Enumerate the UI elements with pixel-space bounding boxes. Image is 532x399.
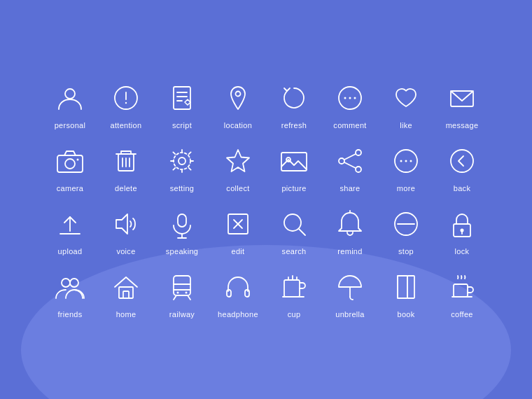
icon-message[interactable]: message (434, 80, 490, 130)
delete-label: delete (115, 184, 137, 192)
svg-point-15 (65, 159, 75, 169)
personal-icon (52, 80, 88, 115)
delete-icon (108, 144, 144, 178)
icon-refresh[interactable]: refresh (266, 80, 322, 130)
icon-script[interactable]: script (154, 80, 210, 130)
icon-comment[interactable]: comment (322, 80, 378, 130)
share-icon (332, 144, 368, 178)
icon-stop[interactable]: stop (378, 206, 434, 255)
icon-like[interactable]: like (378, 80, 434, 130)
collect-label: collect (226, 184, 249, 192)
icon-row-2: camera delete (42, 144, 490, 192)
stop-icon (388, 206, 424, 241)
icon-collect[interactable]: collect (210, 144, 266, 192)
message-icon (444, 80, 479, 115)
comment-icon (332, 80, 368, 115)
stop-label: stop (398, 247, 414, 255)
upload-label: upload (58, 247, 83, 255)
refresh-label: refresh (281, 121, 307, 130)
svg-point-11 (349, 97, 351, 99)
svg-point-12 (354, 97, 356, 99)
comment-label: comment (333, 121, 366, 130)
more-icon (388, 144, 424, 178)
svg-point-16 (77, 159, 79, 161)
icon-edit[interactable]: edit (210, 206, 266, 255)
message-label: message (446, 121, 479, 130)
icon-headphone[interactable]: headphone (210, 270, 266, 318)
svg-point-21 (178, 158, 186, 164)
script-icon (164, 80, 200, 115)
remind-icon (332, 206, 368, 241)
icon-upload[interactable]: upload (42, 206, 98, 255)
lock-label: lock (455, 247, 470, 255)
book-label: book (397, 310, 414, 318)
speaking-icon (164, 206, 200, 241)
svg-rect-55 (119, 287, 133, 298)
icon-back[interactable]: back (434, 144, 490, 192)
friends-icon (52, 270, 88, 304)
svg-point-61 (186, 292, 188, 294)
icon-share[interactable]: share (322, 144, 378, 192)
icon-more[interactable]: more (378, 144, 434, 192)
icon-voice[interactable]: voice (98, 206, 154, 255)
icon-attention[interactable]: attention (98, 80, 154, 130)
svg-line-29 (344, 154, 356, 160)
svg-rect-56 (123, 291, 129, 298)
home-icon (108, 270, 144, 304)
icon-friends[interactable]: friends (42, 270, 98, 318)
edit-icon (220, 206, 255, 241)
location-label: location (224, 121, 252, 130)
icon-personal[interactable]: personal (42, 80, 98, 130)
voice-icon (108, 206, 144, 241)
like-label: like (400, 121, 412, 130)
svg-marker-23 (227, 150, 249, 172)
icon-book[interactable]: book (378, 270, 434, 318)
svg-rect-14 (57, 155, 83, 172)
speaking-label: speaking (166, 247, 198, 255)
icon-picture[interactable]: picture (266, 144, 322, 192)
svg-point-3 (125, 102, 127, 104)
svg-rect-72 (398, 276, 407, 298)
icon-delete[interactable]: delete (98, 144, 154, 192)
camera-label: camera (57, 184, 83, 192)
icon-grid: personal attention (14, 59, 518, 340)
home-label: home (116, 310, 136, 318)
back-icon (444, 144, 479, 178)
unbrella-icon (332, 270, 368, 304)
icon-search[interactable]: search (266, 206, 322, 255)
search-icon (276, 206, 312, 241)
icon-railway[interactable]: railway (154, 270, 210, 318)
svg-line-46 (299, 229, 305, 235)
svg-rect-4 (174, 87, 190, 109)
like-icon (388, 80, 424, 115)
railway-label: railway (169, 310, 195, 318)
coffee-label: coffee (451, 310, 473, 318)
icon-remind[interactable]: remind (322, 206, 378, 255)
setting-label: setting (170, 184, 195, 192)
icon-cup[interactable]: cup (266, 270, 322, 318)
headphone-label: headphone (218, 310, 258, 318)
book-icon (388, 270, 424, 304)
svg-point-27 (339, 158, 344, 164)
icon-lock[interactable]: lock (434, 206, 490, 255)
unbrella-label: unbrella (335, 310, 365, 318)
icon-camera[interactable]: camera (42, 144, 98, 192)
svg-point-60 (177, 292, 179, 294)
icon-speaking[interactable]: speaking (154, 206, 210, 255)
icon-row-4: friends home (42, 270, 490, 318)
svg-point-34 (410, 160, 412, 162)
svg-point-28 (356, 167, 361, 172)
svg-point-54 (70, 279, 78, 287)
icon-setting[interactable]: setting (154, 144, 210, 192)
icon-coffee[interactable]: coffee (434, 270, 490, 318)
svg-rect-24 (281, 153, 307, 171)
icon-unbrella[interactable]: unbrella (322, 270, 378, 318)
icon-location[interactable]: location (210, 80, 266, 130)
voice-label: voice (116, 247, 135, 255)
setting-icon (164, 144, 200, 178)
camera-icon (52, 144, 88, 178)
collect-icon (220, 144, 255, 178)
icon-home[interactable]: home (98, 270, 154, 318)
railway-icon (164, 270, 200, 304)
svg-point-10 (344, 97, 346, 99)
